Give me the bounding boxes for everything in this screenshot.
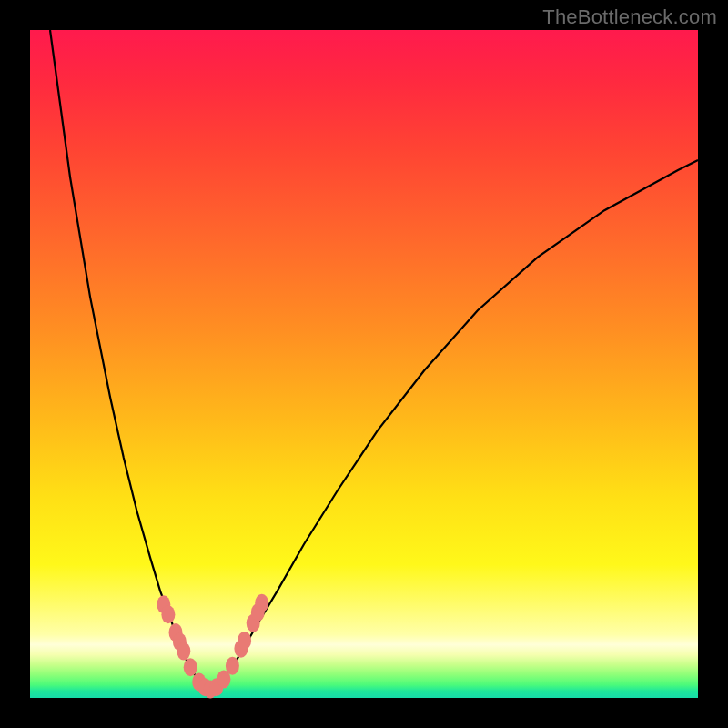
bead-marker (238, 632, 251, 650)
bead-marker (177, 642, 190, 661)
curve-beads (157, 594, 268, 699)
chart-svg (30, 30, 698, 698)
bead-marker (161, 605, 175, 623)
bead-marker (226, 657, 239, 675)
plot-area (30, 30, 698, 698)
chart-frame: TheBottleneck.com (0, 0, 728, 728)
curve-right-branch (210, 160, 698, 689)
bead-marker (255, 594, 268, 612)
watermark-text: TheBottleneck.com (542, 5, 717, 29)
curve-left-branch (50, 30, 210, 690)
bead-marker (184, 658, 197, 676)
